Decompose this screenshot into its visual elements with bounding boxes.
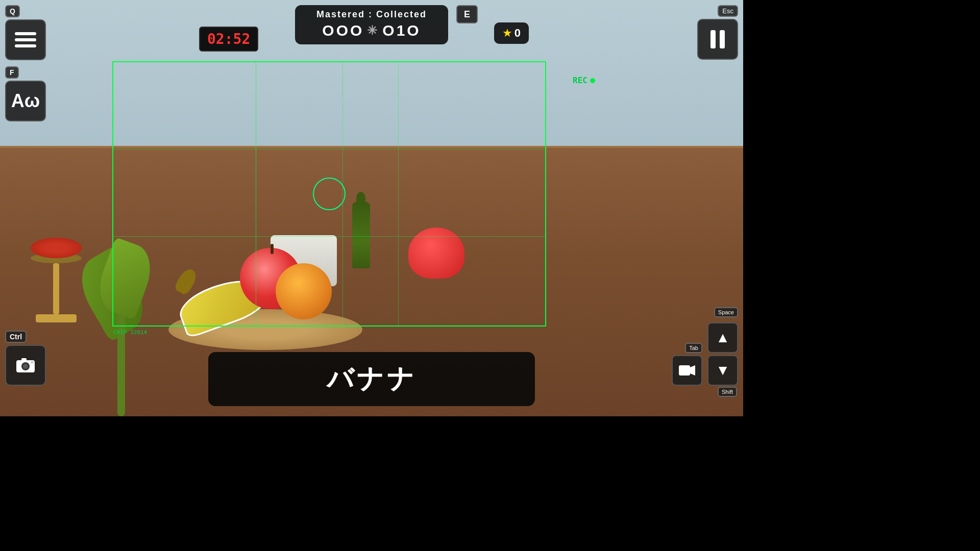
star-count: 0 — [514, 27, 521, 40]
star-counter: ★ 0 — [494, 22, 529, 44]
font-icon: Aω — [11, 90, 40, 112]
mastered-score: OOO — [322, 22, 364, 39]
menu-line-3 — [15, 44, 36, 47]
svg-rect-3 — [21, 358, 27, 361]
move-up-button[interactable]: ▲ — [707, 322, 738, 353]
score-display: Mastered : Collected OOO ✳ O1O — [295, 5, 448, 44]
pause-bar-2 — [720, 30, 725, 48]
video-camera-button[interactable] — [672, 355, 702, 386]
svg-marker-6 — [690, 365, 695, 375]
video-camera-area[interactable]: Tab — [672, 343, 702, 386]
score-values: OOO ✳ O1O — [309, 22, 434, 39]
pause-icon-box[interactable] — [697, 19, 738, 60]
menu-line-2 — [15, 38, 36, 41]
plant — [77, 202, 168, 416]
movement-controls: Space ▲ ▼ Shift — [707, 319, 738, 386]
pause-button-area[interactable]: Esc — [697, 5, 738, 60]
f-key: F — [5, 66, 19, 79]
camera-icon-box[interactable] — [5, 345, 46, 386]
rec-dot — [590, 78, 595, 83]
collected-score: O1O — [382, 22, 421, 39]
q-menu-button[interactable]: Q — [5, 5, 46, 60]
ctrl-camera-button[interactable]: Ctrl — [5, 331, 46, 386]
score-title: Mastered : Collected — [309, 9, 434, 20]
svg-point-2 — [23, 364, 28, 369]
red-kettle — [408, 228, 464, 279]
space-key-label: Space — [714, 307, 738, 317]
menu-line-1 — [15, 32, 36, 35]
tab-key-label: Tab — [685, 343, 702, 353]
esc-key[interactable]: Esc — [718, 5, 738, 17]
menu-icon-box[interactable] — [5, 19, 46, 60]
font-icon-box[interactable]: Aω — [5, 81, 46, 121]
q-key: Q — [5, 5, 20, 17]
star-icon: ★ — [502, 27, 512, 40]
e-key-button[interactable]: E — [456, 5, 478, 23]
arrow-down-icon: ▼ — [716, 362, 730, 379]
stool — [31, 238, 82, 314]
move-down-button[interactable]: ▼ Shift — [707, 355, 738, 386]
orange — [276, 263, 332, 319]
arrow-up-icon: ▲ — [716, 330, 730, 346]
pause-icon — [710, 30, 725, 48]
fruit-bowl — [158, 187, 373, 350]
video-camera-icon — [678, 362, 696, 379]
camera-icon — [14, 354, 37, 377]
game-canvas: CHIP 32014 REC Q F Aω 02:52 Mastered : C… — [0, 0, 743, 416]
rec-label: REC — [573, 76, 587, 85]
item-name: バナナ — [327, 364, 417, 393]
ctrl-key: Ctrl — [5, 331, 27, 343]
rec-indicator: REC — [573, 76, 595, 85]
svg-rect-4 — [31, 361, 34, 363]
svg-rect-5 — [679, 365, 690, 375]
pause-bar-1 — [710, 30, 716, 48]
timer-display: 02:52 — [199, 27, 258, 52]
item-label-bar: バナナ — [208, 352, 535, 406]
f-font-button[interactable]: F Aω — [5, 66, 46, 121]
score-divider: ✳ — [367, 23, 379, 38]
shift-key-label: Shift — [718, 387, 737, 397]
